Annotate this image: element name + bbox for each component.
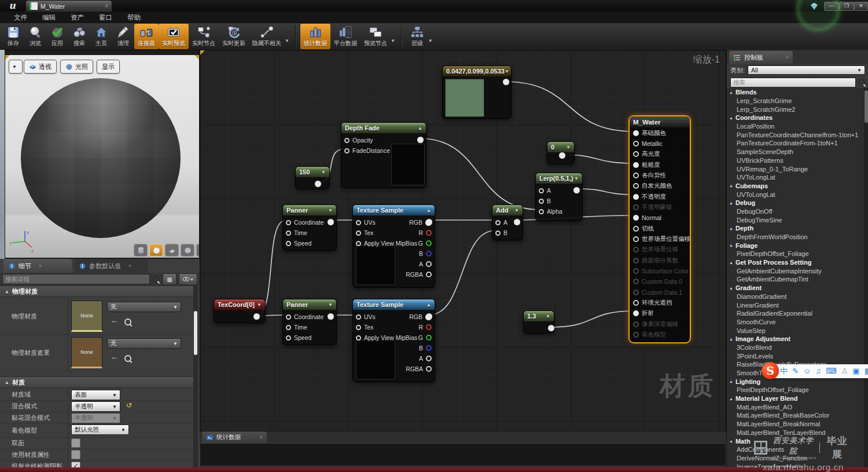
- collapse-arrow-icon[interactable]: ▲: [426, 208, 431, 213]
- material-pin[interactable]: [633, 215, 639, 221]
- input-pin[interactable]: [495, 220, 501, 225]
- close-button[interactable]: ✕: [854, 2, 868, 11]
- section-header-0[interactable]: ▲物理材质: [0, 286, 196, 297]
- asset-dropdown[interactable]: 无▼: [107, 338, 181, 349]
- node-const-0[interactable]: 0▼: [547, 141, 575, 164]
- palette-category-Get Post Process Setting[interactable]: ▲Get Post Process Setting: [727, 258, 864, 267]
- viewport-button-光照[interactable]: 光照: [60, 60, 93, 74]
- emoji-icon[interactable]: ☺: [803, 364, 811, 378]
- toolbar-button-live-preview[interactable]: 实时预览: [159, 24, 189, 49]
- node-header[interactable]: Depth Fade▲: [341, 123, 426, 133]
- chevron-down-icon[interactable]: ▼: [428, 38, 433, 43]
- output-pin-G[interactable]: [426, 335, 432, 341]
- input-pin[interactable]: [539, 188, 544, 193]
- collapse-arrow-icon[interactable]: ▼: [257, 302, 262, 308]
- input-pin[interactable]: [356, 230, 361, 236]
- output-pin[interactable]: [315, 181, 321, 187]
- material-pin[interactable]: [633, 268, 639, 274]
- palette-item[interactable]: MatLayerBlend_BreakBaseColor: [727, 411, 864, 420]
- pen-icon[interactable]: ✎: [792, 364, 799, 378]
- checkbox-使用材质属性[interactable]: [71, 450, 80, 459]
- node-texture-sample-2[interactable]: Texture Sample▲UVsTexApply View MipBiasR…: [352, 299, 435, 382]
- palette-category-Debug[interactable]: ▲Debug: [727, 199, 864, 207]
- material-pin[interactable]: [633, 141, 639, 147]
- marketplace-gem-icon[interactable]: [809, 1, 819, 10]
- toolbar-button-save[interactable]: 保存: [2, 24, 24, 49]
- node-header[interactable]: Panner▼: [283, 205, 336, 215]
- node-const3vector[interactable]: 0.0427,0.099,0.0533▼: [442, 65, 512, 119]
- palette-category-Image Adjustment[interactable]: ▲Image Adjustment: [727, 335, 864, 343]
- palette-item[interactable]: Lerp_ScratchGrime2: [727, 105, 864, 114]
- tab-details[interactable]: 细节 ×: [3, 259, 72, 273]
- grid-icon[interactable]: ▦: [865, 364, 868, 378]
- use-selected-arrow-icon[interactable]: ←: [111, 353, 118, 361]
- palette-item[interactable]: Lerp_ScratchGrime: [727, 97, 864, 105]
- material-pin[interactable]: [633, 300, 639, 306]
- node-header[interactable]: Texture Sample▲: [353, 205, 435, 215]
- shape-button-cube[interactable]: [181, 244, 194, 257]
- palette-category-Cubemaps[interactable]: ▲Cubemaps: [727, 182, 864, 191]
- node-m-water[interactable]: M_Water基础颜色Metallic高光度粗糙度各向异性自发光颜色不透明度不透…: [628, 115, 691, 343]
- palette-category-Depth[interactable]: ▲Depth: [727, 224, 864, 233]
- tab-close-icon[interactable]: ×: [128, 263, 131, 269]
- output-pin[interactable]: [328, 313, 334, 320]
- palette-category-Coordinates[interactable]: ▲Coordinates: [727, 114, 864, 122]
- toolbar-button-apply[interactable]: 应用: [46, 24, 68, 49]
- node-panner-2[interactable]: Panner▼CoordinateTimeSpeed: [282, 299, 337, 345]
- node-texcoord-0[interactable]: TexCoord[0]▼: [214, 299, 266, 323]
- material-pin[interactable]: [633, 151, 639, 157]
- input-pin[interactable]: [344, 148, 350, 153]
- node-header[interactable]: Lerp(0.5,1,)▼: [536, 173, 582, 184]
- palette-item[interactable]: UVBrickPatterns: [727, 156, 864, 165]
- node-add[interactable]: Add▼AB: [492, 204, 523, 240]
- shape-button-sphere[interactable]: [149, 244, 163, 257]
- person-icon[interactable]: ♙: [841, 364, 848, 378]
- tab-parameter-defaults[interactable]: 参数默认值 ×: [74, 259, 148, 273]
- node-header[interactable]: Texture Sample▲: [353, 299, 435, 310]
- input-pin[interactable]: [356, 220, 361, 225]
- palette-item[interactable]: SampleSceneDepth: [727, 148, 864, 156]
- material-pin[interactable]: [633, 321, 639, 327]
- node-lerp[interactable]: Lerp(0.5,1,)▼ABAlpha: [535, 173, 583, 221]
- tab-close-icon[interactable]: ×: [105, 3, 108, 9]
- reset-to-default-icon[interactable]: ↺: [126, 401, 132, 409]
- input-pin[interactable]: [286, 241, 291, 246]
- minimize-button[interactable]: —: [824, 2, 839, 11]
- material-pin[interactable]: [633, 236, 639, 242]
- input-pin[interactable]: [356, 325, 361, 330]
- toolbar-button-connectors[interactable]: 连接器: [134, 24, 159, 49]
- node-header[interactable]: Add▼: [492, 205, 523, 215]
- property-matrix-icon[interactable]: ▦: [163, 273, 176, 285]
- menu-编辑[interactable]: 编辑: [35, 12, 62, 23]
- input-pin[interactable]: [539, 209, 544, 214]
- collapse-arrow-icon[interactable]: ▼: [505, 69, 509, 74]
- tab-close-icon[interactable]: ×: [260, 434, 263, 440]
- palette-category-Foliage[interactable]: ▲Foliage: [727, 241, 864, 250]
- browse-asset-icon[interactable]: [124, 319, 131, 325]
- palette-item[interactable]: UVRemap_0-1_ToRange: [727, 164, 864, 173]
- dropdown-材质域[interactable]: 表面▼: [71, 390, 120, 400]
- checkbox-双面[interactable]: [71, 438, 80, 448]
- output-pin[interactable]: [417, 137, 424, 143]
- node-const-150[interactable]: 150▼: [295, 166, 330, 189]
- input-pin[interactable]: [286, 325, 291, 330]
- details-search-input[interactable]: [2, 274, 150, 284]
- node-panner-1[interactable]: Panner▼CoordinateTimeSpeed: [282, 204, 337, 251]
- input-pin[interactable]: [344, 138, 350, 143]
- palette-item[interactable]: DebugTimeSine: [727, 215, 864, 224]
- collapse-arrow-icon[interactable]: ▼: [321, 170, 326, 175]
- category-dropdown[interactable]: All▼: [748, 65, 865, 75]
- toolbar-button-home[interactable]: 主页: [90, 24, 112, 49]
- palette-item[interactable]: PixelDepthOffset_Foliage: [727, 250, 864, 258]
- node-header[interactable]: 0.0427,0.099,0.0533▼: [443, 66, 511, 76]
- menu-资产[interactable]: 资产: [64, 12, 91, 23]
- palette-scrollbar[interactable]: [864, 88, 868, 472]
- toolbar-button-stats[interactable]: 统计数据: [300, 24, 330, 49]
- view-options-eye-icon[interactable]: ▼: [179, 273, 197, 285]
- output-pin[interactable]: [253, 313, 260, 320]
- input-pin[interactable]: [356, 241, 361, 246]
- sogou-logo-icon[interactable]: S: [762, 362, 779, 379]
- use-selected-arrow-icon[interactable]: ←: [111, 316, 118, 324]
- chevron-down-icon[interactable]: ▼: [391, 38, 395, 43]
- palette-item[interactable]: 3ColorBlend: [727, 343, 864, 352]
